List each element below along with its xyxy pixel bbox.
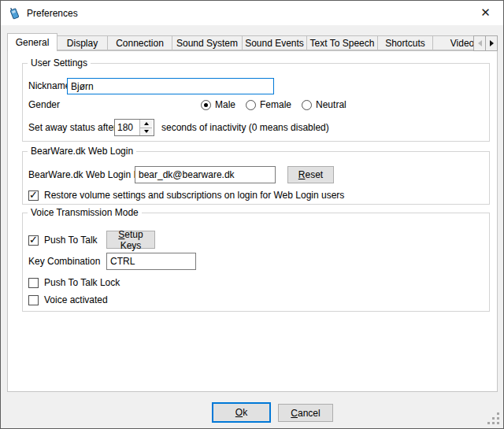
setup-keys-button[interactable]: Setup Keys [106, 231, 155, 249]
voice-activated-label: Voice activated [44, 294, 108, 305]
voice-transmission-group-title: Voice Transmission Mode [28, 207, 142, 218]
scroll-left-icon [478, 40, 482, 46]
preferences-dialog: Preferences ✕ General Display Connection… [0, 0, 504, 429]
away-suffix-label: seconds of inactivity (0 means disabled) [161, 119, 329, 136]
spin-up-icon [144, 122, 149, 125]
restore-volume-checkbox-row[interactable]: Restore volume settings and subscription… [28, 190, 344, 201]
user-settings-group: User Settings Nickname Gender Male Femal… [22, 63, 490, 142]
tab-sound-system[interactable]: Sound System [172, 35, 243, 50]
tab-connection[interactable]: Connection [107, 35, 172, 50]
window-title: Preferences [27, 8, 78, 19]
key-combination-input[interactable] [106, 253, 196, 270]
titlebar: Preferences ✕ [1, 1, 503, 25]
reset-button[interactable]: Reset [287, 166, 334, 183]
spinner-buttons [139, 120, 152, 135]
restore-volume-checkbox[interactable] [28, 190, 39, 201]
away-seconds-spinner[interactable] [114, 119, 154, 136]
user-settings-group-title: User Settings [28, 57, 91, 68]
tab-display[interactable]: Display [57, 35, 108, 50]
tab-shortcuts[interactable]: Shortcuts [377, 35, 433, 50]
restore-volume-label: Restore volume settings and subscription… [44, 190, 344, 201]
voice-transmission-group: Voice Transmission Mode Push To Talk Set… [22, 213, 490, 312]
gender-label: Gender [28, 99, 60, 110]
voice-activated-checkbox[interactable] [28, 295, 39, 305]
spin-up-button[interactable] [140, 120, 152, 128]
push-to-talk-checkbox[interactable] [28, 235, 39, 246]
resize-grip-icon[interactable] [487, 412, 499, 425]
tab-general[interactable]: General [7, 33, 57, 51]
radio-neutral-icon [302, 100, 312, 110]
ok-button[interactable]: Ok [212, 402, 271, 423]
tab-bar: General Display Connection Sound System … [7, 33, 492, 51]
tab-text-to-speech[interactable]: Text To Speech [306, 35, 378, 50]
teamtalk-app-icon [8, 6, 21, 20]
push-to-talk-label: Push To Talk [44, 235, 98, 246]
gender-option-female[interactable]: Female [246, 99, 291, 110]
nickname-input[interactable] [67, 78, 274, 94]
tab-sound-events[interactable]: Sound Events [242, 35, 307, 50]
gender-option-male[interactable]: Male [201, 99, 235, 110]
key-combination-label: Key Combination [28, 253, 100, 270]
close-button[interactable]: ✕ [468, 1, 503, 24]
web-login-group: BearWare.dk Web Login BearWare.dk Web Lo… [22, 151, 490, 205]
tab-scroll-right-button[interactable] [485, 35, 498, 51]
push-to-talk-checkbox-row[interactable]: Push To Talk [28, 235, 98, 246]
cancel-button[interactable]: Cancel [278, 404, 333, 422]
gender-radio-group: Male Female Neutral [201, 99, 346, 110]
push-to-talk-lock-label: Push To Talk Lock [44, 277, 120, 288]
web-login-id-label: BearWare.dk Web Login ID [28, 166, 143, 183]
nickname-label: Nickname [28, 78, 70, 94]
spin-down-icon [144, 130, 149, 133]
web-login-group-title: BearWare.dk Web Login [28, 146, 136, 157]
push-to-talk-lock-checkbox-row[interactable]: Push To Talk Lock [28, 277, 120, 288]
tab-scroll-left-button[interactable] [473, 35, 486, 51]
general-tab-page: User Settings Nickname Gender Male Femal… [7, 50, 498, 392]
radio-female-icon [246, 100, 256, 110]
radio-male-label: Male [215, 99, 235, 110]
push-to-talk-lock-checkbox[interactable] [28, 278, 39, 288]
scroll-right-icon [490, 40, 494, 46]
radio-male-icon [201, 100, 211, 110]
voice-activated-checkbox-row[interactable]: Voice activated [28, 294, 108, 305]
spin-down-button[interactable] [140, 128, 152, 136]
gender-option-neutral[interactable]: Neutral [302, 99, 346, 110]
web-login-id-input[interactable] [135, 166, 276, 183]
away-seconds-input[interactable] [115, 120, 139, 135]
away-after-label: Set away status after [28, 119, 117, 136]
radio-female-label: Female [260, 99, 291, 110]
radio-neutral-label: Neutral [316, 99, 346, 110]
